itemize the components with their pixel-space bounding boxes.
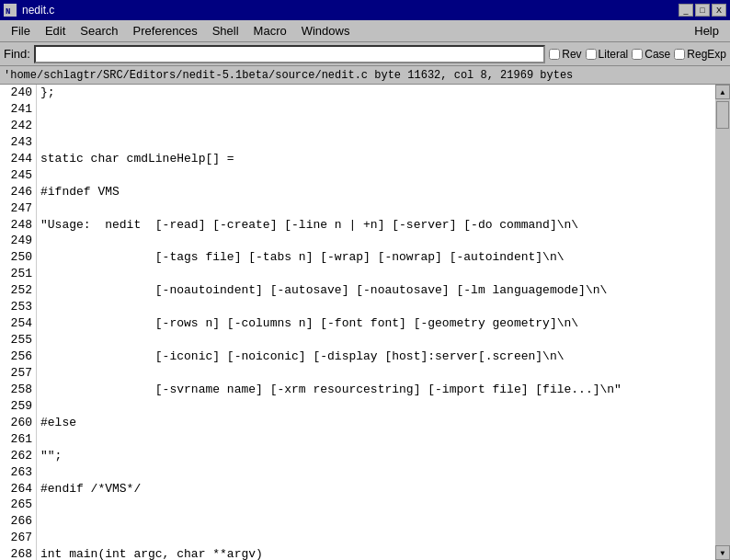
scrollbar-thumb[interactable] — [716, 101, 729, 129]
line-number: 264 — [4, 481, 32, 497]
line-number: 241 — [4, 101, 32, 118]
line-number: 248 — [4, 217, 32, 234]
line-numbers: 240 241 242 243 244 245 246 247 248 249 … — [0, 85, 37, 560]
literal-label: Literal — [599, 48, 629, 61]
line-number: 262 — [4, 448, 32, 464]
literal-checkbox-group: Literal — [586, 48, 629, 61]
line-number: 253 — [4, 299, 32, 315]
scrollbar[interactable]: ▲ ▼ — [715, 85, 730, 560]
window-title: nedit.c — [22, 4, 54, 17]
case-checkbox-group: Case — [632, 48, 670, 61]
scrollbar-down-button[interactable]: ▼ — [715, 545, 730, 560]
rev-checkbox-group: Rev — [549, 48, 581, 61]
code-container: 240 241 242 243 244 245 246 247 248 249 … — [0, 85, 730, 560]
line-number: 244 — [4, 151, 32, 167]
line-number: 254 — [4, 315, 32, 332]
line-number: 256 — [4, 349, 32, 365]
find-bar: Find: Rev Literal Case RegExp — [0, 42, 730, 66]
scrollbar-up-button[interactable]: ▲ — [715, 85, 730, 99]
regex-checkbox[interactable] — [674, 49, 685, 60]
path-text: 'home/schlagtr/SRC/Editors/nedit-5.1beta… — [4, 69, 573, 82]
rev-label: Rev — [562, 48, 581, 61]
line-number: 249 — [4, 233, 32, 249]
path-bar: 'home/schlagtr/SRC/Editors/nedit-5.1beta… — [0, 66, 730, 85]
help-menu[interactable]: Help — [687, 22, 726, 40]
line-number: 258 — [4, 382, 32, 398]
line-number: 259 — [4, 398, 32, 415]
find-label: Find: — [4, 47, 30, 61]
line-number: 260 — [4, 415, 32, 431]
case-label: Case — [644, 48, 670, 61]
rev-checkbox[interactable] — [549, 49, 560, 60]
line-number: 261 — [4, 431, 32, 448]
line-number: 257 — [4, 365, 32, 382]
line-number: 267 — [4, 530, 32, 546]
minimize-button[interactable]: _ — [679, 4, 693, 17]
line-number: 240 — [4, 85, 32, 101]
line-number: 251 — [4, 266, 32, 282]
line-number: 245 — [4, 167, 32, 184]
shell-menu[interactable]: Shell — [205, 22, 246, 40]
code-editor[interactable]: }; static char cmdLineHelp[] = #ifndef V… — [37, 85, 715, 560]
line-number: 263 — [4, 464, 32, 481]
svg-text:N: N — [6, 7, 10, 17]
menu-bar: File Edit Search Preferences Shell Macro… — [0, 20, 730, 42]
literal-checkbox[interactable] — [586, 49, 597, 60]
regex-label: RegExp — [687, 48, 726, 61]
line-number: 268 — [4, 546, 32, 560]
close-button[interactable]: X — [712, 4, 726, 17]
preferences-menu[interactable]: Preferences — [126, 22, 205, 40]
file-menu[interactable]: File — [4, 22, 38, 40]
macro-menu[interactable]: Macro — [246, 22, 294, 40]
search-menu[interactable]: Search — [73, 22, 125, 40]
line-number: 255 — [4, 332, 32, 349]
line-number: 266 — [4, 513, 32, 530]
app-icon: N — [4, 4, 17, 17]
line-number: 247 — [4, 200, 32, 217]
line-number: 252 — [4, 282, 32, 299]
case-checkbox[interactable] — [632, 49, 643, 60]
line-number: 246 — [4, 184, 32, 200]
line-number: 250 — [4, 249, 32, 266]
windows-menu[interactable]: Windows — [294, 22, 358, 40]
line-number: 265 — [4, 497, 32, 513]
regex-checkbox-group: RegExp — [674, 48, 726, 61]
find-input[interactable] — [34, 45, 545, 63]
line-number: 243 — [4, 134, 32, 151]
edit-menu[interactable]: Edit — [38, 22, 73, 40]
maximize-button[interactable]: □ — [695, 4, 710, 17]
title-bar: N nedit.c _ □ X — [0, 0, 730, 20]
line-number: 242 — [4, 118, 32, 134]
